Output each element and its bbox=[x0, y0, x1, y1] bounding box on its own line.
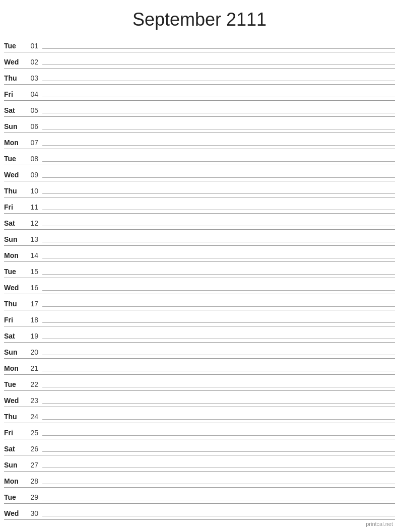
day-number: 23 bbox=[24, 396, 38, 405]
day-name: Sun bbox=[4, 235, 24, 243]
day-line bbox=[42, 355, 395, 355]
day-number: 19 bbox=[24, 332, 38, 340]
day-name: Mon bbox=[4, 139, 24, 147]
day-line bbox=[42, 129, 395, 129]
day-number: 25 bbox=[24, 429, 38, 437]
day-name: Wed bbox=[4, 171, 24, 179]
day-name: Thu bbox=[4, 300, 24, 308]
day-number: 01 bbox=[24, 42, 38, 50]
day-number: 07 bbox=[24, 139, 38, 147]
day-name: Tue bbox=[4, 268, 24, 276]
table-row: Sun13 bbox=[4, 230, 395, 246]
day-number: 30 bbox=[24, 509, 38, 517]
table-row: Sat12 bbox=[4, 214, 395, 230]
table-row: Mon21 bbox=[4, 359, 395, 375]
day-name: Wed bbox=[4, 509, 24, 517]
table-row: Sat26 bbox=[4, 439, 395, 455]
table-row: Thu03 bbox=[4, 69, 395, 85]
day-name: Sat bbox=[4, 445, 24, 453]
day-name: Fri bbox=[4, 90, 24, 98]
day-line bbox=[42, 210, 395, 210]
day-name: Sat bbox=[4, 106, 24, 114]
day-number: 17 bbox=[24, 300, 38, 308]
day-line bbox=[42, 193, 395, 194]
table-row: Wed23 bbox=[4, 391, 395, 407]
table-row: Mon07 bbox=[4, 133, 395, 149]
day-name: Fri bbox=[4, 316, 24, 324]
day-line bbox=[42, 97, 395, 97]
day-number: 21 bbox=[24, 364, 38, 372]
day-line bbox=[42, 113, 395, 113]
table-row: Fri25 bbox=[4, 423, 395, 439]
day-number: 20 bbox=[24, 348, 38, 356]
day-number: 18 bbox=[24, 316, 38, 324]
table-row: Mon28 bbox=[4, 472, 395, 488]
day-number: 11 bbox=[24, 203, 38, 211]
day-line bbox=[42, 274, 395, 275]
watermark: printcal.net bbox=[366, 521, 393, 527]
day-number: 02 bbox=[24, 58, 38, 66]
day-line bbox=[42, 468, 395, 468]
day-number: 08 bbox=[24, 155, 38, 163]
table-row: Sun06 bbox=[4, 117, 395, 133]
day-name: Tue bbox=[4, 493, 24, 501]
table-row: Fri11 bbox=[4, 197, 395, 214]
day-name: Tue bbox=[4, 42, 24, 50]
day-line bbox=[42, 339, 395, 339]
day-name: Sun bbox=[4, 348, 24, 356]
table-row: Tue08 bbox=[4, 149, 395, 165]
table-row: Sat05 bbox=[4, 101, 395, 117]
table-row: Mon14 bbox=[4, 246, 395, 262]
day-number: 05 bbox=[24, 106, 38, 114]
day-line bbox=[42, 419, 395, 420]
day-name: Fri bbox=[4, 203, 24, 211]
day-number: 27 bbox=[24, 461, 38, 469]
day-number: 13 bbox=[24, 235, 38, 243]
day-line bbox=[42, 484, 395, 484]
day-line bbox=[42, 306, 395, 307]
day-line bbox=[42, 177, 395, 178]
calendar-grid: Tue01Wed02Thu03Fri04Sat05Sun06Mon07Tue08… bbox=[0, 36, 399, 520]
day-line bbox=[42, 451, 395, 452]
day-number: 26 bbox=[24, 445, 38, 453]
day-line bbox=[42, 81, 395, 81]
day-number: 03 bbox=[24, 74, 38, 82]
day-line bbox=[42, 371, 395, 371]
day-name: Mon bbox=[4, 477, 24, 485]
day-name: Thu bbox=[4, 187, 24, 195]
day-name: Thu bbox=[4, 413, 24, 421]
day-number: 10 bbox=[24, 187, 38, 195]
table-row: Tue29 bbox=[4, 488, 395, 504]
day-number: 29 bbox=[24, 493, 38, 501]
day-name: Thu bbox=[4, 74, 24, 82]
table-row: Tue01 bbox=[4, 36, 395, 52]
day-line bbox=[42, 226, 395, 226]
day-name: Sun bbox=[4, 122, 24, 130]
day-line bbox=[42, 145, 395, 146]
table-row: Sun27 bbox=[4, 455, 395, 472]
day-line bbox=[42, 403, 395, 404]
day-number: 04 bbox=[24, 90, 38, 98]
day-line bbox=[42, 500, 395, 500]
day-number: 14 bbox=[24, 251, 38, 259]
day-line bbox=[42, 258, 395, 258]
day-line bbox=[42, 242, 395, 242]
day-number: 06 bbox=[24, 122, 38, 130]
table-row: Wed30 bbox=[4, 504, 395, 520]
day-name: Wed bbox=[4, 396, 24, 405]
table-row: Sat19 bbox=[4, 326, 395, 343]
day-name: Tue bbox=[4, 155, 24, 163]
table-row: Thu24 bbox=[4, 407, 395, 423]
day-line bbox=[42, 387, 395, 387]
day-line bbox=[42, 290, 395, 291]
table-row: Wed09 bbox=[4, 165, 395, 181]
table-row: Sun20 bbox=[4, 343, 395, 359]
day-number: 12 bbox=[24, 219, 38, 227]
table-row: Thu17 bbox=[4, 294, 395, 310]
day-line bbox=[42, 48, 395, 49]
day-name: Wed bbox=[4, 284, 24, 292]
day-name: Mon bbox=[4, 364, 24, 372]
day-line bbox=[42, 64, 395, 65]
day-name: Fri bbox=[4, 429, 24, 437]
table-row: Tue15 bbox=[4, 262, 395, 278]
